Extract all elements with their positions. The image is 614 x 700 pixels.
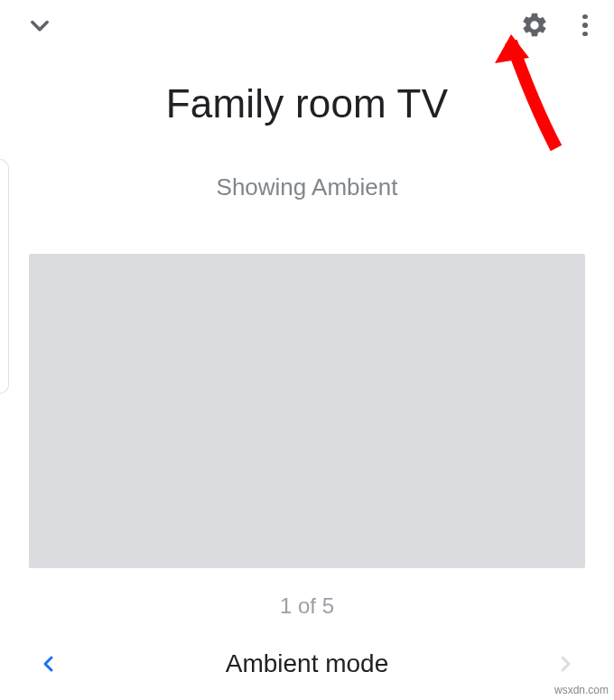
mode-label: Ambient mode bbox=[60, 649, 554, 678]
status-text: Showing Ambient bbox=[0, 173, 614, 201]
top-bar bbox=[0, 0, 614, 43]
watermark: wsxdn.com bbox=[554, 684, 609, 696]
more-vert-icon[interactable] bbox=[574, 14, 596, 36]
chevron-left-icon[interactable] bbox=[38, 653, 60, 675]
gear-icon[interactable] bbox=[520, 11, 549, 40]
page-title: Family room TV bbox=[0, 81, 614, 126]
pager-text: 1 of 5 bbox=[0, 593, 614, 619]
ambient-preview[interactable] bbox=[29, 254, 585, 568]
chevron-down-icon[interactable] bbox=[27, 13, 52, 38]
mode-row: Ambient mode bbox=[0, 649, 614, 678]
side-tab-handle[interactable] bbox=[0, 159, 9, 394]
chevron-right-icon[interactable] bbox=[554, 653, 576, 675]
